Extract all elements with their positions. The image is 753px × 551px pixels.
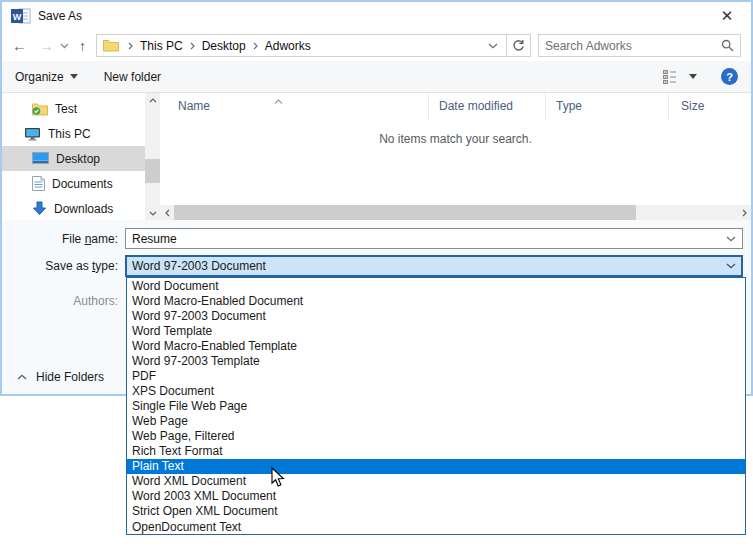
sidebar-item-downloads[interactable]: Downloads bbox=[2, 196, 145, 221]
save-type-option[interactable]: Web Page, Filtered bbox=[127, 429, 745, 444]
save-as-type-dropdown-list: Word DocumentWord Macro-Enabled Document… bbox=[126, 277, 746, 535]
address-dropdown-chevron-icon[interactable] bbox=[488, 43, 498, 49]
sidebar-item-test[interactable]: Test bbox=[2, 96, 145, 121]
save-type-option[interactable]: PDF bbox=[127, 368, 745, 383]
folder-icon bbox=[103, 39, 119, 52]
address-bar[interactable]: This PC Desktop Adworks bbox=[96, 34, 507, 57]
navigation-pane: Test This PC Desktop bbox=[2, 93, 145, 220]
horizontal-scrollbar-thumb[interactable] bbox=[174, 205, 636, 220]
save-as-type-label: Save as type: bbox=[2, 259, 125, 273]
refresh-button[interactable] bbox=[506, 34, 531, 57]
vertical-scrollbar-thumb[interactable] bbox=[145, 159, 160, 183]
sidebar-item-label: Test bbox=[55, 102, 77, 116]
search-icon bbox=[721, 39, 734, 52]
svg-text:W: W bbox=[13, 12, 22, 22]
new-folder-label: New folder bbox=[104, 70, 161, 84]
mouse-cursor bbox=[271, 467, 286, 488]
organize-button[interactable]: Organize bbox=[15, 70, 78, 84]
sidebar-item-documents[interactable]: Documents bbox=[2, 171, 145, 196]
search-input[interactable] bbox=[545, 39, 721, 53]
search-box[interactable] bbox=[538, 34, 741, 57]
breadcrumb-separator-icon bbox=[128, 42, 133, 50]
file-name-input[interactable] bbox=[132, 232, 726, 246]
folder-sync-icon bbox=[32, 102, 48, 116]
command-toolbar: Organize New folder ? bbox=[2, 61, 751, 93]
breadcrumb-adworks[interactable]: Adworks bbox=[263, 39, 313, 53]
save-type-option[interactable]: Word 97-2003 Template bbox=[127, 353, 745, 368]
navigation-bar: ← → ↑ This PC Desktop bbox=[2, 30, 751, 61]
save-type-option[interactable]: Word 2003 XML Document bbox=[127, 489, 745, 504]
save-as-type-value: Word 97-2003 Document bbox=[132, 259, 726, 273]
hide-folders-button[interactable]: Hide Folders bbox=[2, 360, 104, 394]
column-header-date-modified[interactable]: Date modified bbox=[428, 93, 545, 119]
scroll-right-icon[interactable] bbox=[737, 209, 751, 217]
sidebar-item-label: Desktop bbox=[56, 152, 100, 166]
save-type-option[interactable]: Single File Web Page bbox=[127, 399, 745, 414]
save-type-option[interactable]: Rich Text Format bbox=[127, 444, 745, 459]
save-type-option[interactable]: Web Page bbox=[127, 414, 745, 429]
save-as-type-combobox[interactable]: Word 97-2003 Document bbox=[125, 255, 743, 277]
save-type-option[interactable]: OpenDocument Text bbox=[127, 519, 745, 534]
word-app-icon: W bbox=[11, 8, 31, 24]
help-icon: ? bbox=[726, 71, 733, 83]
sidebar-item-desktop[interactable]: Desktop bbox=[2, 146, 145, 171]
dialog-title: Save As bbox=[38, 9, 82, 23]
save-type-option[interactable]: Strict Open XML Document bbox=[127, 504, 745, 519]
chevron-up-icon bbox=[17, 374, 27, 380]
breadcrumb-desktop[interactable]: Desktop bbox=[200, 39, 248, 53]
sort-ascending-icon bbox=[274, 93, 283, 107]
empty-folder-message: No items match your search. bbox=[160, 119, 751, 205]
save-type-dropdown-chevron-icon[interactable] bbox=[726, 263, 736, 269]
forward-icon: → bbox=[39, 38, 54, 53]
desktop-icon bbox=[32, 152, 49, 165]
column-header-name[interactable]: Name bbox=[160, 93, 428, 119]
up-icon[interactable]: ↑ bbox=[79, 39, 86, 53]
title-bar: W Save As ✕ bbox=[2, 2, 751, 30]
file-name-dropdown-chevron-icon[interactable] bbox=[726, 236, 736, 242]
file-name-field[interactable] bbox=[125, 228, 743, 249]
save-type-option[interactable]: Word Template bbox=[127, 323, 745, 338]
breadcrumb-separator-icon bbox=[253, 42, 258, 50]
column-header-type[interactable]: Type bbox=[545, 93, 668, 119]
new-folder-button[interactable]: New folder bbox=[104, 70, 161, 84]
sidebar-item-label: Downloads bbox=[54, 202, 113, 216]
main-area: Test This PC Desktop bbox=[2, 93, 751, 220]
details-view-icon[interactable] bbox=[663, 69, 680, 84]
scroll-up-icon[interactable] bbox=[149, 93, 157, 107]
scroll-down-icon[interactable] bbox=[149, 206, 157, 220]
column-header-size[interactable]: Size bbox=[668, 93, 748, 119]
save-type-option[interactable]: Word Macro-Enabled Document bbox=[127, 293, 745, 308]
close-icon[interactable]: ✕ bbox=[712, 7, 742, 25]
save-type-option[interactable]: Word Macro-Enabled Template bbox=[127, 338, 745, 353]
save-type-option[interactable]: Word 97-2003 Document bbox=[127, 308, 745, 323]
download-arrow-icon bbox=[32, 201, 47, 216]
file-list: Name Date modified Type Size No items ma… bbox=[160, 93, 751, 220]
recent-locations-chevron-icon[interactable] bbox=[60, 43, 69, 49]
authors-label: Authors: bbox=[2, 294, 125, 308]
sidebar-item-this-pc[interactable]: This PC bbox=[2, 121, 145, 146]
save-type-option[interactable]: Word XML Document bbox=[127, 474, 745, 489]
breadcrumb-separator-icon bbox=[190, 42, 195, 50]
save-type-option[interactable]: Plain Text bbox=[127, 459, 745, 474]
scroll-left-icon[interactable] bbox=[160, 209, 174, 217]
back-icon[interactable]: ← bbox=[12, 38, 27, 53]
organize-label: Organize bbox=[15, 70, 64, 84]
sidebar-item-label: Documents bbox=[52, 177, 113, 191]
view-options-chevron-icon[interactable] bbox=[689, 74, 697, 79]
file-name-label: File name: bbox=[2, 232, 125, 246]
vertical-scrollbar[interactable] bbox=[145, 93, 160, 220]
save-type-option[interactable]: XPS Document bbox=[127, 383, 745, 398]
save-type-option[interactable]: Word Document bbox=[127, 278, 745, 293]
computer-icon bbox=[24, 127, 41, 141]
help-button[interactable]: ? bbox=[721, 68, 738, 85]
chevron-down-icon bbox=[70, 74, 78, 79]
horizontal-scrollbar[interactable] bbox=[160, 205, 751, 220]
hide-folders-label: Hide Folders bbox=[36, 370, 104, 384]
breadcrumb-this-pc[interactable]: This PC bbox=[138, 39, 185, 53]
document-icon bbox=[32, 176, 45, 191]
refresh-icon bbox=[512, 39, 525, 52]
sidebar-item-label: This PC bbox=[48, 127, 91, 141]
column-headers: Name Date modified Type Size bbox=[160, 93, 751, 119]
address-bar-group: This PC Desktop Adworks bbox=[96, 34, 531, 57]
